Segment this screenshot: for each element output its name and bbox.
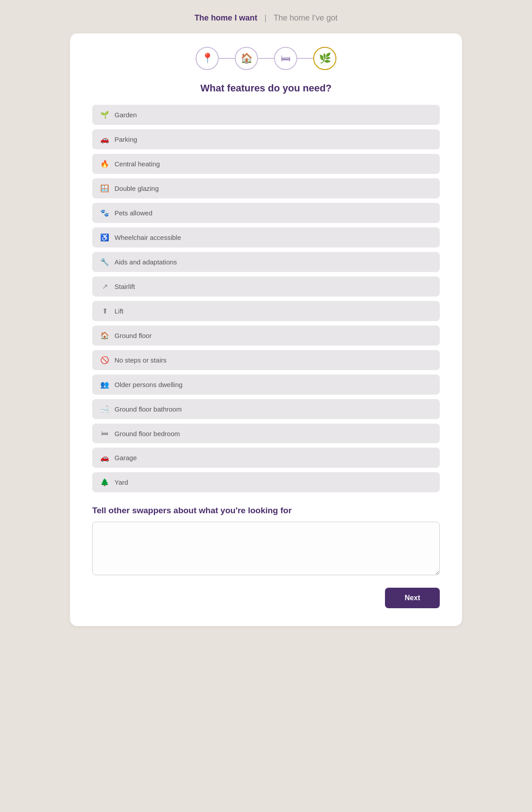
- feature-label: Central heating: [115, 160, 160, 168]
- home-icon: 🏠: [241, 53, 253, 64]
- feature-label: Garden: [115, 111, 137, 119]
- section-title: What features do you need?: [92, 82, 440, 94]
- bottom-actions: Next: [92, 588, 440, 608]
- feature-item-double-glazing[interactable]: 🪟Double glazing: [92, 178, 440, 198]
- feature-item-older-persons-dwelling[interactable]: 👥Older persons dwelling: [92, 375, 440, 395]
- feature-item-pets-allowed[interactable]: 🐾Pets allowed: [92, 203, 440, 223]
- tab-home-got[interactable]: The home I've got: [274, 13, 338, 23]
- feature-icon: 🚗: [100, 135, 109, 144]
- feature-label: Lift: [115, 307, 123, 315]
- leaf-icon: 🌿: [319, 53, 331, 64]
- tell-title: Tell other swappers about what you're lo…: [92, 506, 440, 515]
- steps-indicator: 📍 🏠 🛏 🌿: [92, 47, 440, 70]
- feature-icon: 🌲: [100, 478, 109, 486]
- feature-label: Parking: [115, 136, 137, 143]
- feature-item-ground-floor-bedroom[interactable]: 🛏Ground floor bedroom: [92, 424, 440, 443]
- feature-icon: 🚗: [100, 453, 109, 462]
- feature-label: Older persons dwelling: [115, 381, 183, 388]
- feature-item-lift[interactable]: ⬆Lift: [92, 301, 440, 321]
- feature-icon: ↗: [100, 282, 109, 291]
- feature-item-central-heating[interactable]: 🔥Central heating: [92, 154, 440, 174]
- feature-icon: ⬆: [100, 307, 109, 315]
- feature-label: Double glazing: [115, 185, 159, 192]
- step-2-home[interactable]: 🏠: [235, 47, 258, 70]
- feature-list: 🌱Garden🚗Parking🔥Central heating🪟Double g…: [92, 105, 440, 492]
- tab-bar: The home I want | The home I've got: [194, 13, 337, 23]
- feature-label: Ground floor: [115, 332, 151, 339]
- feature-item-no-steps-or-stairs[interactable]: 🚫No steps or stairs: [92, 350, 440, 370]
- feature-label: Yard: [115, 478, 128, 486]
- feature-icon: 🔥: [100, 160, 109, 168]
- feature-icon: 🏠: [100, 331, 109, 340]
- step-line-1: [219, 58, 235, 59]
- feature-item-yard[interactable]: 🌲Yard: [92, 472, 440, 492]
- step-1-location[interactable]: 📍: [196, 47, 219, 70]
- feature-item-aids-and-adaptations[interactable]: 🔧Aids and adaptations: [92, 252, 440, 272]
- step-line-3: [297, 58, 313, 59]
- next-button[interactable]: Next: [385, 588, 440, 608]
- tab-home-want[interactable]: The home I want: [194, 13, 257, 23]
- feature-item-ground-floor-bathroom[interactable]: 🛁Ground floor bathroom: [92, 399, 440, 419]
- feature-label: Pets allowed: [115, 209, 152, 217]
- feature-icon: 🌱: [100, 111, 109, 119]
- tab-divider: |: [264, 13, 266, 23]
- tell-textarea[interactable]: [92, 522, 440, 575]
- tooltip-pointer: [261, 27, 271, 33]
- feature-icon: ♿: [100, 233, 109, 242]
- feature-label: Aids and adaptations: [115, 258, 177, 266]
- feature-icon: 🛁: [100, 405, 109, 413]
- step-3-bed[interactable]: 🛏: [274, 47, 297, 70]
- location-icon: 📍: [201, 53, 213, 64]
- feature-item-parking[interactable]: 🚗Parking: [92, 129, 440, 149]
- feature-label: Ground floor bedroom: [115, 430, 180, 437]
- feature-label: Wheelchair accessible: [115, 234, 181, 241]
- step-line-2: [258, 58, 274, 59]
- feature-item-ground-floor[interactable]: 🏠Ground floor: [92, 326, 440, 346]
- feature-item-garage[interactable]: 🚗Garage: [92, 448, 440, 468]
- feature-icon: 👥: [100, 380, 109, 389]
- feature-item-garden[interactable]: 🌱Garden: [92, 105, 440, 125]
- feature-label: Stairlift: [115, 283, 135, 290]
- feature-icon: 🔧: [100, 258, 109, 266]
- feature-item-wheelchair-accessible[interactable]: ♿Wheelchair accessible: [92, 227, 440, 247]
- feature-icon: 🪟: [100, 184, 109, 193]
- feature-label: Ground floor bathroom: [115, 405, 182, 413]
- feature-icon: 🚫: [100, 356, 109, 364]
- feature-item-stairlift[interactable]: ↗Stairlift: [92, 276, 440, 297]
- feature-label: No steps or stairs: [115, 356, 167, 364]
- feature-icon: 🛏: [100, 429, 109, 437]
- main-card: 📍 🏠 🛏 🌿 What features do you need? 🌱Gard…: [70, 33, 462, 626]
- feature-label: Garage: [115, 454, 137, 462]
- bed-icon: 🛏: [281, 53, 291, 64]
- feature-icon: 🐾: [100, 209, 109, 217]
- step-4-features[interactable]: 🌿: [313, 47, 336, 70]
